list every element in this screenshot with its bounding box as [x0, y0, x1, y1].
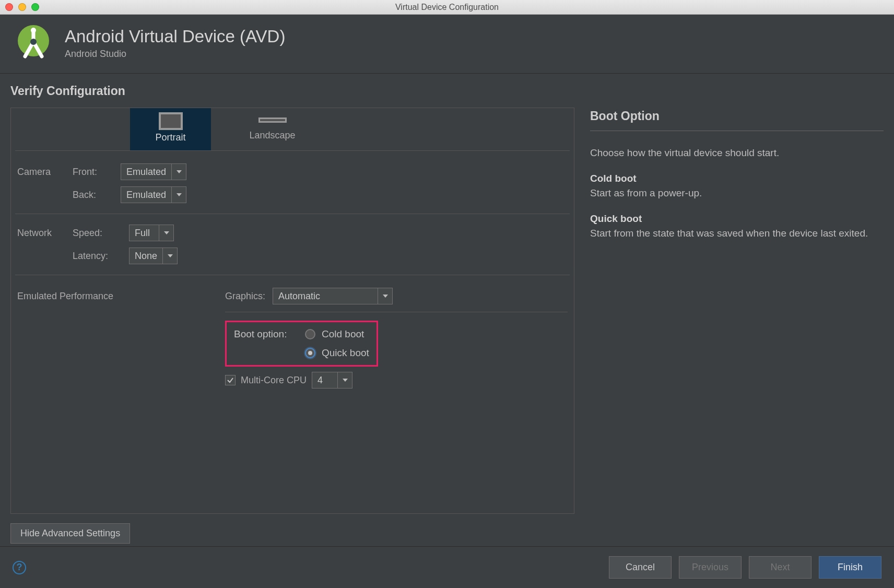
performance-label: Emulated Performance: [17, 288, 216, 303]
chevron-down-icon: [337, 372, 352, 388]
traffic-lights: [5, 3, 39, 11]
boot-option-label: Boot option:: [234, 328, 299, 340]
camera-front-select[interactable]: Emulated: [121, 163, 186, 180]
cold-boot-radio[interactable]: [305, 329, 315, 339]
graphics-label: Graphics:: [225, 291, 265, 302]
graphics-value: Automatic: [273, 288, 378, 304]
maximize-window-icon[interactable]: [31, 3, 39, 11]
orientation-row: Portrait Landscape: [15, 108, 570, 151]
network-latency-label: Latency:: [73, 251, 120, 262]
network-speed-select[interactable]: Full: [129, 225, 174, 241]
network-speed-value: Full: [130, 225, 159, 241]
landscape-icon: [258, 117, 287, 123]
info-cold-body: Start as from a power-up.: [590, 187, 702, 198]
info-cold-heading: Cold boot: [590, 173, 637, 184]
info-title: Boot Option: [590, 109, 884, 131]
multicore-value: 4: [312, 372, 337, 388]
cold-boot-label: Cold boot: [322, 328, 364, 340]
orientation-landscape[interactable]: Landscape: [232, 108, 313, 150]
section-title: Verify Configuration: [10, 84, 574, 98]
info-quick-heading: Quick boot: [590, 213, 642, 224]
cancel-button[interactable]: Cancel: [609, 556, 672, 579]
camera-front-value: Emulated: [121, 164, 171, 180]
dialog-header: Android Virtual Device (AVD) Android Stu…: [0, 15, 894, 74]
camera-back-value: Emulated: [121, 187, 171, 203]
multicore-label: Multi-Core CPU: [241, 375, 307, 386]
camera-back-select[interactable]: Emulated: [121, 186, 186, 203]
network-latency-select[interactable]: None: [129, 248, 178, 264]
chevron-down-icon: [159, 225, 173, 241]
minimize-window-icon[interactable]: [18, 3, 26, 11]
camera-label: Camera: [17, 167, 63, 178]
svg-point-2: [31, 28, 36, 33]
svg-point-1: [30, 39, 37, 45]
close-window-icon[interactable]: [5, 3, 13, 11]
info-quick-body: Start from the state that was saved when…: [590, 228, 868, 239]
dialog-subtitle: Android Studio: [65, 49, 285, 60]
chevron-down-icon: [162, 248, 177, 264]
orientation-landscape-label: Landscape: [249, 130, 295, 140]
window-titlebar: Virtual Device Configuration: [0, 0, 894, 15]
chevron-down-icon: [378, 288, 392, 304]
next-button[interactable]: Next: [749, 556, 811, 579]
multicore-checkbox[interactable]: [225, 375, 236, 385]
quick-boot-label: Quick boot: [322, 347, 369, 359]
graphics-select[interactable]: Automatic: [273, 288, 393, 304]
camera-front-label: Front:: [73, 167, 111, 178]
network-speed-label: Speed:: [73, 228, 120, 239]
android-studio-logo-icon: [15, 24, 52, 62]
chevron-down-icon: [171, 187, 186, 203]
dialog-title: Android Virtual Device (AVD): [65, 27, 285, 46]
quick-boot-radio[interactable]: [305, 348, 315, 358]
orientation-portrait[interactable]: Portrait: [130, 108, 211, 150]
chevron-down-icon: [171, 164, 186, 180]
info-intro: Choose how the virtual device should sta…: [590, 146, 884, 161]
boot-option-highlight: Boot option: Cold boot Quick boot: [225, 321, 378, 367]
multicore-select[interactable]: 4: [312, 372, 352, 389]
portrait-icon: [159, 112, 183, 130]
settings-panel: Portrait Landscape Camera Front: Emulate…: [10, 108, 574, 514]
hide-advanced-settings-button[interactable]: Hide Advanced Settings: [10, 523, 130, 544]
orientation-portrait-label: Portrait: [155, 132, 185, 143]
window-title: Virtual Device Configuration: [395, 3, 499, 12]
previous-button[interactable]: Previous: [679, 556, 742, 579]
network-latency-value: None: [130, 248, 162, 264]
network-label: Network: [17, 228, 63, 239]
help-icon[interactable]: ?: [13, 561, 26, 574]
dialog-footer: ? Cancel Previous Next Finish: [0, 546, 894, 588]
finish-button[interactable]: Finish: [819, 556, 881, 579]
info-panel: Boot Option Choose how the virtual devic…: [590, 84, 884, 544]
camera-back-label: Back:: [73, 190, 111, 201]
